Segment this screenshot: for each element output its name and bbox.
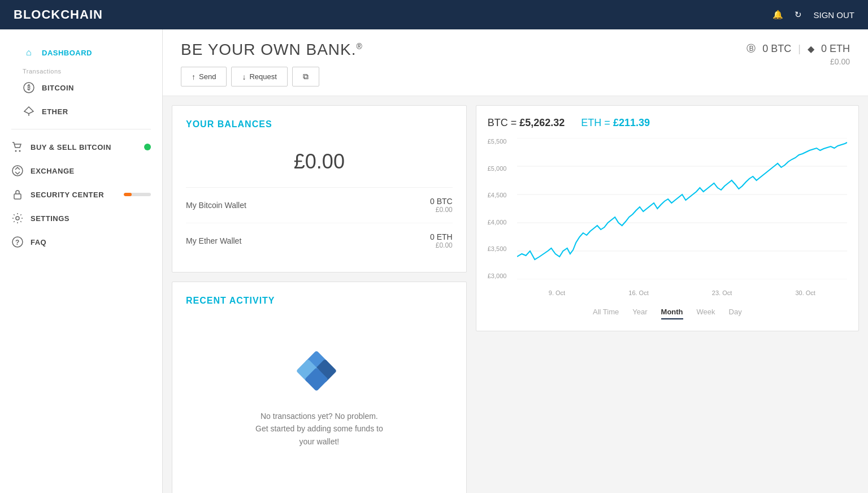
empty-activity-text: No transactions yet? No problem. Get sta… [255, 410, 383, 448]
refresh-icon[interactable]: ↻ [795, 10, 802, 20]
bitcoin-icon: ₿ [23, 81, 35, 94]
sidebar-item-faq[interactable]: ? FAQ [0, 230, 162, 254]
svg-point-4 [15, 150, 17, 152]
tab-all-time[interactable]: All Time [593, 308, 619, 319]
svg-marker-2 [24, 107, 33, 114]
x-label-23oct: 23. Oct [712, 289, 732, 296]
bitcoin-fiat-amount: £0.00 [430, 206, 453, 214]
svg-point-8 [16, 217, 19, 220]
chart-area: £5,500 £5,000 £4,500 £4,000 £3,500 £3,00… [488, 138, 847, 296]
sign-out-button[interactable]: SIGN OUT [813, 10, 854, 20]
request-icon: ↓ [242, 72, 246, 81]
faq-icon: ? [11, 236, 24, 248]
ether-crypto-amount: 0 ETH [430, 232, 453, 241]
wallet-balance-row: Ⓑ 0 BTC | ◆ 0 ETH [747, 43, 850, 55]
notification-icon[interactable]: 🔔 [772, 10, 783, 20]
ether-wallet-amounts: 0 ETH £0.00 [430, 232, 453, 249]
main-actions: ↑ Send ↓ Request ⧉ [181, 67, 747, 87]
empty-icon-wrap [297, 351, 342, 399]
sidebar-item-bitcoin[interactable]: ₿ BITCOIN [11, 76, 151, 100]
request-button[interactable]: ↓ Request [231, 67, 287, 87]
eth-icon: ◆ [808, 44, 814, 54]
tab-week[interactable]: Week [697, 308, 715, 319]
balances-title: YOUR BALANCES [186, 119, 453, 129]
main-header: BE YOUR OWN BANK.® ↑ Send ↓ Request ⧉ [163, 29, 868, 96]
security-track [124, 193, 151, 196]
left-column: YOUR BALANCES £0.00 My Bitcoin Wallet 0 … [172, 105, 467, 493]
x-label-30oct: 30. Oct [795, 289, 815, 296]
dashboard-label: DASHBOARD [42, 49, 92, 57]
send-icon: ↑ [192, 72, 196, 81]
right-column: BTC = £5,262.32 ETH = £211.39 £5,500 [476, 105, 859, 493]
balance-divider: | [798, 43, 801, 55]
security-progress [124, 193, 151, 196]
bitcoin-label: BITCOIN [42, 84, 74, 92]
ether-wallet-name: My Ether Wallet [186, 236, 241, 245]
recent-activity-card: RECENT ACTIVITY No transactions yet? No … [172, 282, 467, 493]
eth-balance: 0 ETH [821, 43, 850, 55]
btc-price-label: BTC = £5,262.32 [488, 117, 568, 128]
header-left: BE YOUR OWN BANK.® ↑ Send ↓ Request ⧉ [181, 41, 747, 87]
chart-header: BTC = £5,262.32 ETH = £211.39 [488, 117, 847, 129]
tab-year[interactable]: Year [632, 308, 647, 319]
chart-y-labels: £5,500 £5,000 £4,500 £4,000 £3,500 £3,00… [488, 138, 516, 279]
x-axis-labels: 9. Oct 16. Oct 23. Oct 30. Oct [517, 289, 847, 296]
sidebar-item-security[interactable]: SECURITY CENTER [0, 183, 162, 206]
recent-activity-title: RECENT ACTIVITY [186, 296, 275, 306]
ether-icon [23, 105, 35, 118]
bitcoin-wallet-amounts: 0 BTC £0.00 [430, 197, 453, 214]
green-dot-indicator [144, 144, 151, 150]
x-label-9oct: 9. Oct [549, 289, 565, 296]
transactions-label: Transactions [11, 64, 151, 76]
y-label-5000: £5,000 [488, 165, 516, 172]
settings-label: SETTINGS [31, 214, 70, 223]
divider-1 [11, 129, 151, 129]
main-title: BE YOUR OWN BANK.® [181, 41, 747, 59]
settings-icon [11, 212, 24, 224]
sidebar-item-ether[interactable]: ETHER [11, 100, 151, 123]
lock-icon [11, 188, 24, 201]
chart-tabs: All Time Year Month Week Day [488, 303, 847, 319]
cart-icon [11, 141, 24, 153]
copy-icon: ⧉ [303, 72, 309, 81]
sidebar-item-settings[interactable]: SETTINGS [0, 206, 162, 230]
tab-day[interactable]: Day [729, 308, 742, 319]
chart-card: BTC = £5,262.32 ETH = £211.39 £5,500 [476, 105, 859, 331]
sidebar-item-dashboard[interactable]: ⌂ DASHBOARD [11, 41, 151, 64]
faq-label: FAQ [31, 238, 46, 246]
ether-fiat-amount: £0.00 [430, 241, 453, 249]
exchange-label: EXCHANGE [31, 167, 75, 175]
content-grid: YOUR BALANCES £0.00 My Bitcoin Wallet 0 … [163, 96, 868, 493]
bitcoin-wallet-name: My Bitcoin Wallet [186, 201, 246, 210]
home-icon: ⌂ [23, 46, 35, 59]
svg-text:₿: ₿ [27, 84, 31, 91]
bitcoin-crypto-amount: 0 BTC [430, 197, 453, 206]
ether-wallet-row: My Ether Wallet 0 ETH £0.00 [186, 223, 453, 258]
y-label-3500: £3,500 [488, 245, 516, 252]
svg-text:?: ? [15, 239, 20, 246]
nav-right: 🔔 ↻ SIGN OUT [772, 10, 854, 20]
tab-month[interactable]: Month [661, 308, 683, 319]
exchange-icon [11, 165, 24, 177]
price-chart-svg [517, 138, 847, 279]
x-label-16oct: 16. Oct [628, 289, 648, 296]
main-content: BE YOUR OWN BANK.® ↑ Send ↓ Request ⧉ [163, 29, 868, 493]
sidebar-top: ⌂ DASHBOARD Transactions ₿ BITCOIN ETHER [0, 29, 162, 123]
security-label: SECURITY CENTER [31, 191, 104, 199]
buy-sell-label: BUY & SELL BITCOIN [31, 143, 111, 152]
sidebar-item-exchange[interactable]: EXCHANGE [0, 159, 162, 183]
y-label-5500: £5,500 [488, 138, 516, 145]
blockchain-logo-icon [297, 351, 342, 396]
top-nav: BLOCKCHAIN 🔔 ↻ SIGN OUT [0, 0, 868, 29]
y-label-4500: £4,500 [488, 192, 516, 198]
header-right: Ⓑ 0 BTC | ◆ 0 ETH £0.00 [747, 41, 850, 66]
fiat-balance: £0.00 [747, 57, 850, 66]
send-button[interactable]: ↑ Send [181, 67, 227, 87]
sidebar-item-buy-sell[interactable]: BUY & SELL BITCOIN [0, 135, 162, 159]
btc-icon: Ⓑ [747, 43, 756, 55]
sidebar: ⌂ DASHBOARD Transactions ₿ BITCOIN ETHER [0, 29, 163, 493]
copy-button[interactable]: ⧉ [292, 67, 319, 87]
ether-label: ETHER [42, 107, 68, 116]
brand-logo: BLOCKCHAIN [14, 7, 103, 22]
balances-card: YOUR BALANCES £0.00 My Bitcoin Wallet 0 … [172, 105, 467, 273]
